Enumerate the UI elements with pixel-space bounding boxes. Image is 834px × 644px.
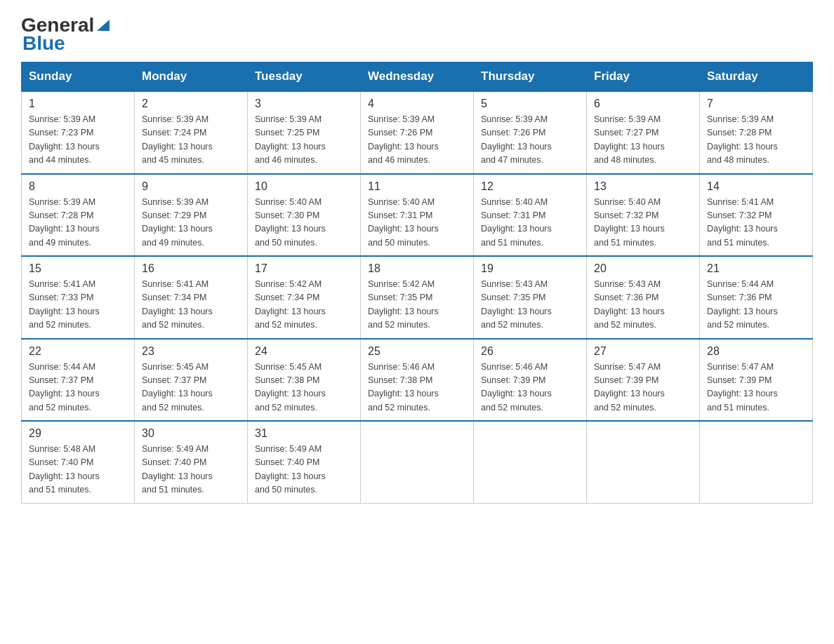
day-info: Sunrise: 5:46 AMSunset: 7:39 PMDaylight:… — [481, 361, 579, 415]
day-info: Sunrise: 5:39 AMSunset: 7:27 PMDaylight:… — [594, 113, 692, 168]
calendar-day-cell: 29 Sunrise: 5:48 AMSunset: 7:40 PMDaylig… — [22, 421, 135, 503]
day-number: 3 — [255, 98, 353, 110]
calendar-day-cell: 31 Sunrise: 5:49 AMSunset: 7:40 PMDaylig… — [248, 421, 361, 503]
day-number: 10 — [255, 180, 353, 193]
svg-marker-0 — [97, 20, 110, 31]
calendar-header-row: SundayMondayTuesdayWednesdayThursdayFrid… — [22, 62, 813, 92]
day-info: Sunrise: 5:42 AMSunset: 7:35 PMDaylight:… — [368, 278, 466, 333]
calendar-day-cell: 19 Sunrise: 5:43 AMSunset: 7:35 PMDaylig… — [474, 256, 587, 339]
calendar-day-cell: 25 Sunrise: 5:46 AMSunset: 7:38 PMDaylig… — [361, 339, 474, 422]
day-number: 14 — [707, 180, 805, 193]
calendar-body: 1 Sunrise: 5:39 AMSunset: 7:23 PMDayligh… — [22, 91, 813, 503]
calendar-day-cell: 2 Sunrise: 5:39 AMSunset: 7:24 PMDayligh… — [135, 91, 248, 174]
calendar-day-cell: 17 Sunrise: 5:42 AMSunset: 7:34 PMDaylig… — [248, 256, 361, 339]
calendar-day-cell: 27 Sunrise: 5:47 AMSunset: 7:39 PMDaylig… — [587, 339, 700, 422]
day-number: 15 — [29, 262, 127, 275]
calendar-day-header: Friday — [587, 62, 700, 92]
day-info: Sunrise: 5:39 AMSunset: 7:26 PMDaylight:… — [481, 113, 579, 168]
day-info: Sunrise: 5:43 AMSunset: 7:35 PMDaylight:… — [481, 278, 579, 333]
day-number: 21 — [707, 262, 805, 275]
calendar-day-cell: 10 Sunrise: 5:40 AMSunset: 7:30 PMDaylig… — [248, 174, 361, 257]
day-info: Sunrise: 5:49 AMSunset: 7:40 PMDaylight:… — [142, 443, 240, 497]
calendar-day-cell: 4 Sunrise: 5:39 AMSunset: 7:26 PMDayligh… — [361, 91, 474, 174]
day-number: 27 — [594, 345, 692, 358]
calendar-day-cell: 23 Sunrise: 5:45 AMSunset: 7:37 PMDaylig… — [135, 339, 248, 422]
day-number: 28 — [707, 345, 805, 358]
calendar-day-cell: 6 Sunrise: 5:39 AMSunset: 7:27 PMDayligh… — [587, 91, 700, 174]
day-number: 30 — [142, 427, 240, 440]
day-number: 16 — [142, 262, 240, 275]
day-info: Sunrise: 5:42 AMSunset: 7:34 PMDaylight:… — [255, 278, 353, 333]
logo-triangle-icon — [95, 17, 111, 32]
logo: General Blue — [21, 14, 111, 55]
day-number: 13 — [594, 180, 692, 193]
day-number: 4 — [368, 98, 466, 110]
day-info: Sunrise: 5:45 AMSunset: 7:37 PMDaylight:… — [142, 361, 240, 415]
calendar-table: SundayMondayTuesdayWednesdayThursdayFrid… — [21, 62, 813, 504]
day-info: Sunrise: 5:41 AMSunset: 7:32 PMDaylight:… — [707, 196, 805, 250]
calendar-day-cell: 30 Sunrise: 5:49 AMSunset: 7:40 PMDaylig… — [135, 421, 248, 503]
day-number: 8 — [29, 180, 127, 193]
calendar-day-header: Wednesday — [361, 62, 474, 92]
calendar-day-cell: 18 Sunrise: 5:42 AMSunset: 7:35 PMDaylig… — [361, 256, 474, 339]
calendar-day-header: Saturday — [700, 62, 813, 92]
calendar-day-cell: 13 Sunrise: 5:40 AMSunset: 7:32 PMDaylig… — [587, 174, 700, 257]
day-info: Sunrise: 5:41 AMSunset: 7:33 PMDaylight:… — [29, 278, 127, 333]
calendar-empty-cell — [700, 421, 813, 503]
day-number: 5 — [481, 98, 579, 110]
day-number: 7 — [707, 98, 805, 110]
day-info: Sunrise: 5:47 AMSunset: 7:39 PMDaylight:… — [594, 361, 692, 415]
day-info: Sunrise: 5:43 AMSunset: 7:36 PMDaylight:… — [594, 278, 692, 333]
day-info: Sunrise: 5:44 AMSunset: 7:36 PMDaylight:… — [707, 278, 805, 333]
day-number: 1 — [29, 98, 127, 110]
day-number: 29 — [29, 427, 127, 440]
calendar-day-cell: 16 Sunrise: 5:41 AMSunset: 7:34 PMDaylig… — [135, 256, 248, 339]
calendar-day-cell: 9 Sunrise: 5:39 AMSunset: 7:29 PMDayligh… — [135, 174, 248, 257]
calendar-day-cell: 11 Sunrise: 5:40 AMSunset: 7:31 PMDaylig… — [361, 174, 474, 257]
calendar-week-row: 15 Sunrise: 5:41 AMSunset: 7:33 PMDaylig… — [22, 256, 813, 339]
calendar-day-cell: 28 Sunrise: 5:47 AMSunset: 7:39 PMDaylig… — [700, 339, 813, 422]
calendar-week-row: 22 Sunrise: 5:44 AMSunset: 7:37 PMDaylig… — [22, 339, 813, 422]
calendar-day-cell: 5 Sunrise: 5:39 AMSunset: 7:26 PMDayligh… — [474, 91, 587, 174]
calendar-day-cell: 26 Sunrise: 5:46 AMSunset: 7:39 PMDaylig… — [474, 339, 587, 422]
day-info: Sunrise: 5:40 AMSunset: 7:32 PMDaylight:… — [594, 196, 692, 250]
calendar-day-cell: 1 Sunrise: 5:39 AMSunset: 7:23 PMDayligh… — [22, 91, 135, 174]
calendar-empty-cell — [587, 421, 700, 503]
day-info: Sunrise: 5:48 AMSunset: 7:40 PMDaylight:… — [29, 443, 127, 497]
calendar-week-row: 29 Sunrise: 5:48 AMSunset: 7:40 PMDaylig… — [22, 421, 813, 503]
day-info: Sunrise: 5:49 AMSunset: 7:40 PMDaylight:… — [255, 443, 353, 497]
day-number: 19 — [481, 262, 579, 275]
calendar-day-cell: 7 Sunrise: 5:39 AMSunset: 7:28 PMDayligh… — [700, 91, 813, 174]
calendar-day-cell: 3 Sunrise: 5:39 AMSunset: 7:25 PMDayligh… — [248, 91, 361, 174]
day-info: Sunrise: 5:39 AMSunset: 7:28 PMDaylight:… — [707, 113, 805, 168]
day-number: 12 — [481, 180, 579, 193]
day-info: Sunrise: 5:46 AMSunset: 7:38 PMDaylight:… — [368, 361, 466, 415]
page-header: General Blue — [21, 14, 813, 55]
day-number: 22 — [29, 345, 127, 358]
calendar-day-cell: 12 Sunrise: 5:40 AMSunset: 7:31 PMDaylig… — [474, 174, 587, 257]
day-info: Sunrise: 5:39 AMSunset: 7:25 PMDaylight:… — [255, 113, 353, 168]
day-number: 24 — [255, 345, 353, 358]
day-number: 20 — [594, 262, 692, 275]
calendar-empty-cell — [474, 421, 587, 503]
day-info: Sunrise: 5:39 AMSunset: 7:29 PMDaylight:… — [142, 196, 240, 250]
calendar-day-header: Monday — [135, 62, 248, 92]
day-info: Sunrise: 5:39 AMSunset: 7:24 PMDaylight:… — [142, 113, 240, 168]
calendar-empty-cell — [361, 421, 474, 503]
calendar-day-header: Sunday — [22, 62, 135, 92]
calendar-day-cell: 20 Sunrise: 5:43 AMSunset: 7:36 PMDaylig… — [587, 256, 700, 339]
calendar-day-header: Tuesday — [248, 62, 361, 92]
day-number: 17 — [255, 262, 353, 275]
day-info: Sunrise: 5:44 AMSunset: 7:37 PMDaylight:… — [29, 361, 127, 415]
calendar-week-row: 8 Sunrise: 5:39 AMSunset: 7:28 PMDayligh… — [22, 174, 813, 257]
calendar-day-cell: 8 Sunrise: 5:39 AMSunset: 7:28 PMDayligh… — [22, 174, 135, 257]
day-info: Sunrise: 5:47 AMSunset: 7:39 PMDaylight:… — [707, 361, 805, 415]
calendar-day-cell: 15 Sunrise: 5:41 AMSunset: 7:33 PMDaylig… — [22, 256, 135, 339]
day-number: 25 — [368, 345, 466, 358]
day-number: 18 — [368, 262, 466, 275]
day-info: Sunrise: 5:45 AMSunset: 7:38 PMDaylight:… — [255, 361, 353, 415]
calendar-day-cell: 21 Sunrise: 5:44 AMSunset: 7:36 PMDaylig… — [700, 256, 813, 339]
day-number: 11 — [368, 180, 466, 193]
day-info: Sunrise: 5:40 AMSunset: 7:30 PMDaylight:… — [255, 196, 353, 250]
day-number: 31 — [255, 427, 353, 440]
